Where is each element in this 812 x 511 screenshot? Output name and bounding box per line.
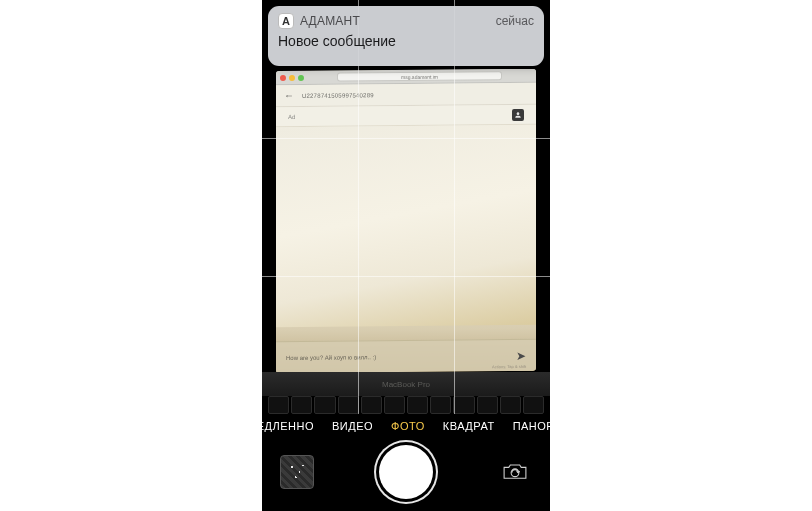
window-close-icon xyxy=(280,75,286,81)
phone-screen: A АДАМАНТ сейчас Новое сообщение msg.ada… xyxy=(262,0,550,511)
chat-foot-note: Actions: Tap & shift xyxy=(492,364,526,369)
avatar-icon xyxy=(512,108,524,120)
window-minimize-icon xyxy=(289,74,295,80)
viewfinder-scene: msg.adamant.im ← U2278741505997540289 Ad… xyxy=(276,69,536,373)
shutter-button[interactable] xyxy=(379,445,433,499)
notification-time: сейчас xyxy=(496,14,534,28)
notification-body: Новое сообщение xyxy=(278,33,534,49)
macbook-keyboard xyxy=(268,396,544,414)
switch-camera-icon xyxy=(501,461,529,483)
chat-subheader: Ad xyxy=(276,105,536,127)
last-photo-thumbnail[interactable] xyxy=(280,455,314,489)
mode-slowmo[interactable]: ЕДЛЕННО xyxy=(262,420,314,432)
chat-input-text: How are you? Ай хоуп ю вилл.. :) xyxy=(286,353,516,361)
macbook-label: MacBook Pro xyxy=(262,372,550,396)
chat-id: U2278741505997540289 xyxy=(302,92,374,99)
chat-body xyxy=(276,125,536,327)
mode-pano[interactable]: ПАНОРА xyxy=(513,420,550,432)
chat-short-label: Ad xyxy=(288,113,295,119)
mode-square[interactable]: КВАДРАТ xyxy=(443,420,495,432)
browser-address-bar: msg.adamant.im xyxy=(337,71,502,81)
browser-url: msg.adamant.im xyxy=(401,73,438,79)
chat-header: ← U2278741505997540289 xyxy=(276,83,536,107)
switch-camera-button[interactable] xyxy=(498,455,532,489)
notification-header: A АДАМАНТ сейчас xyxy=(278,13,534,29)
mode-photo[interactable]: ФОТО xyxy=(391,420,425,432)
camera-controls xyxy=(262,440,550,504)
mode-video[interactable]: ВИДЕО xyxy=(332,420,373,432)
camera-mode-strip[interactable]: ЕДЛЕННО ВИДЕО ФОТО КВАДРАТ ПАНОРА xyxy=(262,414,550,438)
notification-banner[interactable]: A АДАМАНТ сейчас Новое сообщение xyxy=(268,6,544,66)
window-maximize-icon xyxy=(298,74,304,80)
send-icon: ➤ xyxy=(516,348,526,362)
notification-app-name: АДАМАНТ xyxy=(300,14,490,28)
back-arrow-icon: ← xyxy=(284,90,294,101)
notification-app-icon: A xyxy=(278,13,294,29)
